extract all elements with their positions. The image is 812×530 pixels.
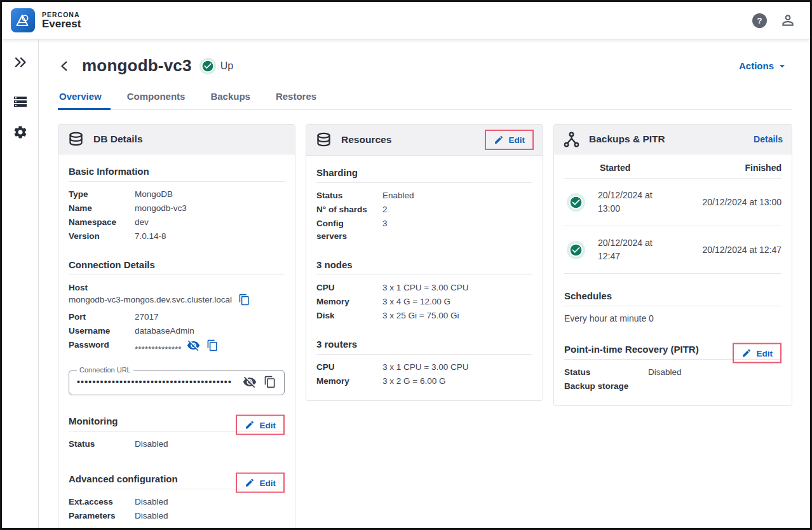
actions-label: Actions <box>739 60 774 71</box>
row-label: Port <box>69 311 126 323</box>
brand-percona: PERCONA <box>42 11 81 18</box>
row-label: CPU <box>316 361 374 374</box>
row-label: Config servers <box>316 217 374 243</box>
section-schedules: Schedules <box>564 290 782 306</box>
edit-annotation-highlight: Edit <box>236 473 285 493</box>
help-icon[interactable]: ? <box>752 13 767 28</box>
row-value: 3 x 4 G = 12.00 G <box>382 296 450 308</box>
section-connection-details: Connection Details <box>69 259 285 275</box>
row-value: Enabled <box>382 189 414 202</box>
detail-row: Type MongoDB <box>69 188 285 201</box>
row-label: Disk <box>316 309 374 322</box>
backups-table-header: Started Finished <box>564 154 782 179</box>
edit-icon <box>494 135 504 145</box>
column-started: Started <box>600 163 630 173</box>
database-icon <box>67 131 85 148</box>
backup-finished: 20/12/2024 at 13:00 <box>702 197 782 207</box>
edit-icon <box>245 478 255 488</box>
section-sharding: Sharding <box>316 167 532 183</box>
section-routers: 3 routers <box>316 339 532 355</box>
edit-annotation-highlight: Edit <box>733 343 782 364</box>
status-badge: Up <box>201 60 233 72</box>
details-link[interactable]: Details <box>754 134 783 144</box>
actions-button[interactable]: Actions <box>739 60 792 72</box>
row-label: Status <box>316 189 374 202</box>
brand-everest: Everest <box>42 18 81 30</box>
copy-icon[interactable] <box>206 339 219 351</box>
brand-text: PERCONA Everest <box>42 11 81 30</box>
row-value: dev <box>135 216 149 229</box>
row-label: Username <box>69 325 126 337</box>
detail-row: Port 27017 <box>69 311 285 323</box>
row-value: Disabled <box>648 366 682 379</box>
row-label: CPU <box>316 282 374 294</box>
databases-icon[interactable] <box>13 94 28 109</box>
expand-sidebar-icon[interactable] <box>13 55 28 70</box>
row-label: Ext.access <box>69 496 126 508</box>
edit-pitr-button[interactable]: Edit <box>741 348 773 358</box>
settings-icon[interactable] <box>13 125 28 140</box>
page-title: mongodb-vc3 <box>82 56 192 76</box>
visibility-off-icon[interactable] <box>243 375 257 389</box>
section-pitr: Point-in-time Recovery (PITR) Edit <box>564 344 782 360</box>
host-value: mongodb-vc3-mongos.dev.svc.cluster.local <box>69 295 232 304</box>
top-bar: PERCONA Everest ? <box>2 2 810 39</box>
password-row: Password ************** <box>69 339 285 356</box>
detail-row: Parameters Disabled <box>69 510 285 522</box>
detail-row: Disk 3 x 25 Gi = 75.00 Gi <box>316 309 532 322</box>
edit-resources-button[interactable]: Edit <box>494 135 525 145</box>
detail-row: Backup storage <box>564 380 782 393</box>
row-value: 27017 <box>135 311 159 323</box>
section-monitoring: Monitoring Edit <box>69 416 285 431</box>
row-value: 3 x 1 CPU = 3.00 CPU <box>382 282 468 294</box>
detail-row: CPU 3 x 1 CPU = 3.00 CPU <box>316 282 532 294</box>
detail-row: Config servers 3 <box>316 217 532 243</box>
detail-row: Memory 3 x 4 G = 12.00 G <box>316 296 532 308</box>
detail-row: N° of shards 2 <box>316 203 532 216</box>
detail-row: Namespace dev <box>69 216 285 229</box>
column-finished: Finished <box>745 163 782 173</box>
edit-icon <box>245 420 255 430</box>
database-icon <box>315 132 332 149</box>
detail-row: CPU 3 x 1 CPU = 3.00 CPU <box>316 361 532 374</box>
row-value: Disabled <box>135 510 168 522</box>
detail-row: Memory 3 x 2 G = 6.00 G <box>316 375 532 388</box>
row-value: 3 x 2 G = 6.00 G <box>382 375 445 388</box>
row-value: 3 x 25 Gi = 75.00 Gi <box>382 309 459 322</box>
row-value: mongodb-vc3 <box>135 202 187 215</box>
detail-row: Name mongodb-vc3 <box>69 202 285 215</box>
detail-row: Status Disabled <box>564 366 782 379</box>
host-label: Host <box>69 283 285 292</box>
edit-annotation-highlight: Edit <box>485 130 534 150</box>
status-label: Up <box>220 60 233 72</box>
everest-logo-icon[interactable] <box>11 8 35 32</box>
card-title-resources: Resources <box>341 134 391 146</box>
edit-advanced-configuration-button[interactable]: Edit <box>245 478 276 488</box>
detail-row: Ext.access Disabled <box>69 496 285 508</box>
connection-url-label: Connection URL <box>77 366 133 374</box>
row-label: Status <box>564 366 639 379</box>
connection-url-field: Connection URL •••••••••••••••••••••••••… <box>69 366 285 395</box>
row-value: databaseAdmin <box>135 325 194 337</box>
copy-icon[interactable] <box>238 294 250 306</box>
caret-down-icon <box>776 60 788 72</box>
copy-icon[interactable] <box>264 376 276 388</box>
row-label: Memory <box>316 296 374 308</box>
tab-backups[interactable]: Backups <box>209 87 252 109</box>
tab-components[interactable]: Components <box>126 87 187 109</box>
check-circle-icon <box>569 243 583 257</box>
visibility-off-icon[interactable] <box>187 339 200 352</box>
password-value: ************** <box>135 339 219 356</box>
backups-icon <box>563 131 580 148</box>
edit-monitoring-button[interactable]: Edit <box>245 420 276 430</box>
back-icon[interactable] <box>58 58 72 74</box>
section-nodes: 3 nodes <box>316 259 532 275</box>
detail-row: Status Enabled <box>316 189 532 202</box>
account-icon[interactable] <box>780 12 796 29</box>
tab-overview[interactable]: Overview <box>58 87 103 109</box>
connection-url-value[interactable]: •••••••••••••••••••••••••••••••••••••••• <box>77 376 236 388</box>
card-title-db-details: DB Details <box>93 133 143 145</box>
tab-restores[interactable]: Restores <box>274 87 318 109</box>
row-label: Status <box>69 438 126 451</box>
detail-row: Status Disabled <box>69 438 285 451</box>
